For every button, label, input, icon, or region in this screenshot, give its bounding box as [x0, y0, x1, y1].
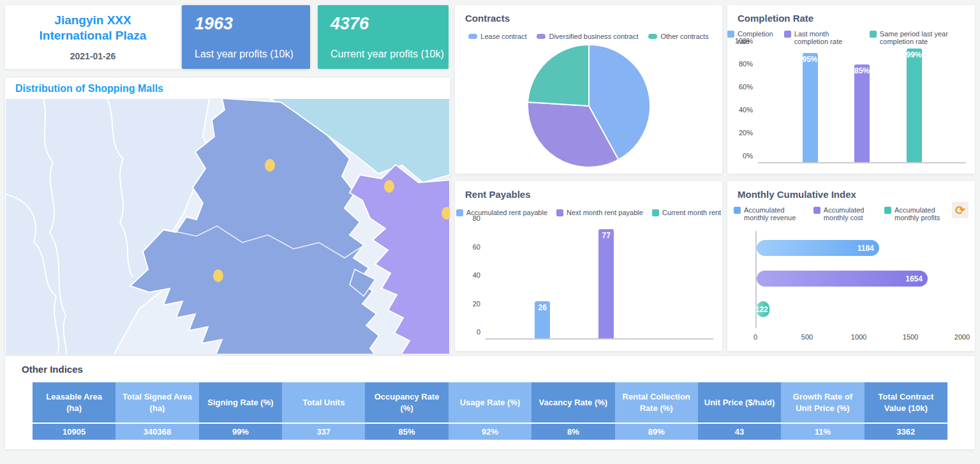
- column-header: Total Contract Value (10k): [865, 382, 947, 423]
- last-month-completion-bar[interactable]: 85%: [854, 64, 870, 162]
- y-tick: 60%: [739, 83, 753, 91]
- kpi-current-year-profits: 4376 Current year profits (10k): [318, 5, 449, 69]
- indices-table: Leasable Area (ha) Total Signed Area (ha…: [33, 382, 947, 440]
- chart-title-contracts: Contracts: [455, 5, 722, 24]
- other-indices-card: Other Indices Leasable Area (ha) Total S…: [5, 356, 975, 449]
- column-header: Vacancy Rate (%): [531, 382, 614, 423]
- kpi-last-year-profits: 1963 Last year profits (10k): [182, 5, 310, 69]
- chart-title-completion: Completion Rate: [727, 5, 975, 24]
- accumulated-profits-bar[interactable]: 122: [757, 301, 769, 317]
- column-header: Growth Rate of Unit Price (%): [781, 382, 864, 423]
- mall-marker[interactable]: [213, 269, 223, 282]
- completion-rate-bar[interactable]: 95%: [803, 53, 818, 162]
- table-title: Other Indices: [5, 356, 975, 375]
- rent-payables-card: Rent Payables Accumulated rent payable N…: [455, 181, 722, 351]
- chart-title-monthly: Monthly Cumulative Index: [727, 181, 975, 200]
- x-tick: 1000: [851, 333, 866, 341]
- monthly-plot: 1184 1654 122 0 500 1000 1500 2000: [755, 231, 962, 328]
- y-tick: 0: [477, 328, 480, 336]
- legend-item[interactable]: Other contracts: [648, 33, 708, 40]
- contracts-legend: Lease contract Diversified business cont…: [455, 33, 722, 40]
- shopping-malls-map[interactable]: [5, 98, 450, 354]
- y-tick: 80: [473, 214, 480, 222]
- accumulated-revenue-bar[interactable]: 1184: [757, 240, 879, 256]
- column-header: Unit Price ($/ha/d): [698, 382, 781, 423]
- legend-item[interactable]: Accumulated rent payable: [456, 209, 547, 216]
- refresh-glyph: ⟳: [955, 203, 965, 218]
- contracts-card: Contracts Lease contract Diversified bus…: [455, 5, 722, 174]
- legend-label: Next month rent payable: [567, 209, 643, 216]
- legend-item[interactable]: Diversified business contract: [537, 33, 638, 40]
- legend-item[interactable]: Accumulated monthly revenue: [734, 206, 807, 221]
- map-title: Distribution of Shopping Malls: [5, 78, 450, 98]
- column-header: Rental Collection Rate (%): [615, 382, 698, 423]
- mall-marker[interactable]: [384, 180, 394, 193]
- y-tick: 80%: [739, 60, 753, 68]
- table-cell: 43: [698, 423, 781, 440]
- y-tick: 20: [473, 300, 480, 308]
- legend-label: Same period last year completion rate: [880, 30, 975, 45]
- table-cell: 3362: [865, 423, 947, 440]
- accumulated-cost-bar[interactable]: 1654: [757, 271, 928, 287]
- next-month-rent-bar[interactable]: 77: [598, 229, 614, 338]
- mall-marker[interactable]: [265, 159, 275, 172]
- kpi-label: Last year profits (10k): [195, 49, 293, 60]
- y-tick: 60: [473, 243, 480, 251]
- legend-item[interactable]: Lease contract: [468, 33, 526, 40]
- x-axis-line: [758, 162, 966, 163]
- kpi-value: 1963: [195, 14, 297, 34]
- legend-swatch: [648, 34, 657, 39]
- kpi-label: Current year profits (10k): [330, 49, 444, 60]
- legend-label: Accumulated monthly profits: [895, 206, 953, 221]
- x-tick: 1500: [903, 333, 918, 341]
- table-cell: 89%: [615, 423, 698, 440]
- refresh-icon[interactable]: ⟳: [952, 202, 969, 218]
- x-tick: 500: [801, 333, 813, 341]
- legend-item[interactable]: Accumulated monthly profits: [884, 206, 953, 221]
- table-cell: 10905: [33, 423, 115, 440]
- legend-swatch: [468, 34, 477, 39]
- y-tick: 40: [473, 271, 480, 279]
- bar-value-label: 1654: [905, 274, 923, 283]
- legend-label: Last month completion rate: [794, 30, 862, 45]
- last-year-completion-bar[interactable]: 99%: [907, 49, 922, 162]
- bar-value-label: 99%: [906, 50, 921, 59]
- legend-swatch: [537, 34, 546, 39]
- legend-item[interactable]: Same period last year completion rate: [870, 30, 975, 45]
- kpi-value: 4376: [330, 14, 436, 34]
- page-title: Jiangyin XXX International Plaza: [5, 13, 181, 43]
- table-cell: 337: [282, 423, 365, 440]
- y-tick: 20%: [739, 129, 753, 137]
- bar-value-label: 85%: [854, 66, 870, 75]
- table-cell: 99%: [199, 423, 282, 440]
- legend-swatch: [813, 207, 820, 214]
- y-tick: 0%: [743, 152, 753, 160]
- column-header: Signing Rate (%): [199, 382, 282, 423]
- table-cell: 85%: [365, 423, 448, 440]
- pie-slice[interactable]: [528, 45, 589, 106]
- contracts-pie-chart[interactable]: [522, 43, 656, 169]
- legend-label: Diversified business contract: [549, 33, 638, 40]
- rent-legend: Accumulated rent payable Next month rent…: [455, 209, 722, 216]
- accumulated-rent-bar[interactable]: 26: [535, 301, 550, 338]
- x-axis-line: [486, 338, 713, 340]
- table-cell: 11%: [781, 423, 864, 440]
- legend-swatch: [556, 209, 563, 216]
- legend-item[interactable]: Accumulated monthly cost: [813, 206, 878, 221]
- y-tick: 100%: [735, 37, 753, 45]
- bar-value-label: 26: [538, 303, 547, 312]
- header-card: Jiangyin XXX International Plaza 2021-01…: [5, 5, 181, 69]
- legend-item[interactable]: Last month completion rate: [784, 30, 862, 45]
- legend-item[interactable]: Current month rent: [652, 209, 721, 216]
- table-cell: 92%: [449, 423, 531, 440]
- column-header: Leasable Area (ha): [33, 382, 115, 423]
- table-row: 10905 340368 99% 337 85% 92% 8% 89% 43 1…: [33, 423, 947, 440]
- legend-swatch: [727, 31, 734, 38]
- legend-label: Accumulated monthly cost: [824, 206, 878, 221]
- bar-value-label: 95%: [802, 55, 817, 64]
- monthly-cumulative-card: Monthly Cumulative Index Accumulated mon…: [727, 181, 975, 351]
- legend-item[interactable]: Next month rent payable: [556, 209, 643, 216]
- legend-label: Lease contract: [480, 33, 526, 40]
- completion-plot: 0% 20% 40% 60% 80% 100% 95% 85% 99%: [758, 49, 966, 163]
- x-tick: 0: [754, 333, 757, 341]
